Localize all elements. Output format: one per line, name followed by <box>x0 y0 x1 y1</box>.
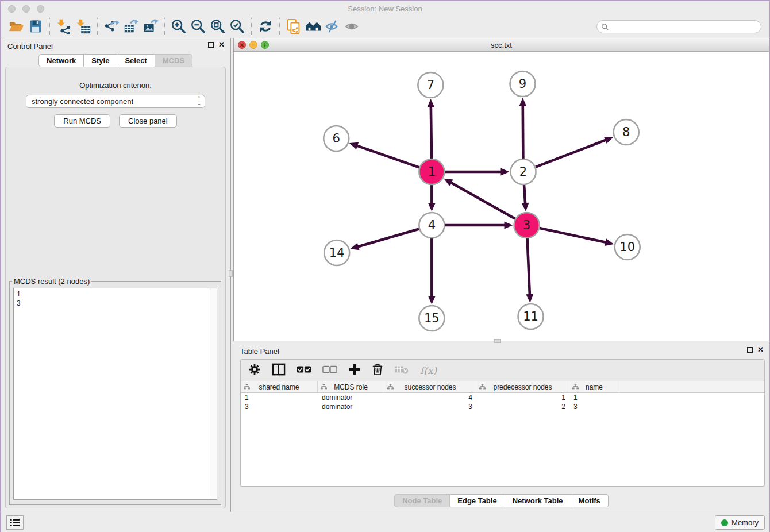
export-image-icon[interactable] <box>141 18 160 35</box>
table-row[interactable]: 3dominator323 <box>241 402 764 411</box>
search-icon <box>601 23 609 31</box>
node-label-15: 15 <box>424 311 440 325</box>
network-view-window: ✕ − + scc.txt 7968124314101511 <box>233 38 769 341</box>
table-cell: 1 <box>241 393 318 402</box>
network-maximize-button[interactable]: + <box>261 41 269 49</box>
tab-node-table[interactable]: Node Table <box>394 494 450 507</box>
open-session-icon[interactable] <box>6 18 26 35</box>
float-panel-icon[interactable] <box>208 42 214 48</box>
network-window-titlebar[interactable]: ✕ − + scc.txt <box>234 38 769 52</box>
column-header-predecessor-nodes[interactable]: predecessor nodes <box>476 381 569 392</box>
node-label-4: 4 <box>428 218 436 232</box>
edge-1-6[interactable] <box>356 145 419 168</box>
table-panel: Table Panel ✕ f(x) shared nameMCDS <box>233 343 769 512</box>
main-toolbar <box>1 16 769 37</box>
import-network-icon[interactable] <box>54 18 74 35</box>
export-network-icon[interactable] <box>102 18 121 35</box>
unselect-all-columns-icon[interactable] <box>322 365 337 375</box>
arrowhead-icon <box>350 243 359 250</box>
edge-2-3[interactable] <box>524 185 525 205</box>
create-column-icon[interactable] <box>348 363 361 377</box>
network-minimize-button[interactable]: − <box>249 41 257 49</box>
tab-style[interactable]: Style <box>84 54 117 67</box>
column-header-MCDS-role[interactable]: MCDS role <box>318 381 384 392</box>
table-cell: 2 <box>476 402 569 411</box>
memory-button[interactable]: Memory <box>715 515 765 530</box>
close-window-button[interactable] <box>8 5 16 13</box>
splitter-grip-horizontal[interactable] <box>494 339 501 343</box>
node-label-9: 9 <box>519 76 526 91</box>
table-toolbar: f(x) <box>241 360 764 381</box>
minimize-window-button[interactable] <box>22 5 30 13</box>
mcds-result-text[interactable]: 1 3 <box>13 288 217 500</box>
function-builder-icon[interactable]: f(x) <box>420 365 437 376</box>
close-panel-button[interactable]: Close panel <box>119 114 177 128</box>
tab-edge-table[interactable]: Edge Table <box>450 494 505 507</box>
window-controls[interactable] <box>8 5 44 13</box>
table-cell: 3 <box>384 402 476 411</box>
column-header-name[interactable]: name <box>569 381 619 392</box>
select-all-columns-icon[interactable] <box>297 365 311 375</box>
arrowhead-icon <box>519 98 526 106</box>
network-canvas[interactable]: 7968124314101511 <box>234 52 769 341</box>
float-table-panel-icon[interactable] <box>747 347 753 353</box>
run-mcds-button[interactable]: Run MCDS <box>54 114 110 128</box>
column-header-shared-name[interactable]: shared name <box>241 381 318 392</box>
zoom-out-icon[interactable] <box>188 18 208 35</box>
tab-network-table[interactable]: Network Table <box>505 494 571 507</box>
edge-3-10[interactable] <box>540 228 607 242</box>
delete-table-icon[interactable] <box>394 364 409 376</box>
network-graph[interactable]: 7968124314101511 <box>234 52 769 341</box>
table-cell: 1 <box>476 393 569 402</box>
search-field[interactable] <box>596 20 761 33</box>
table-row[interactable]: 1dominator411 <box>241 393 764 402</box>
hide-selected-icon[interactable] <box>323 18 342 35</box>
task-history-button[interactable] <box>6 515 24 530</box>
control-panel-title: Control Panel <box>7 42 53 51</box>
maximize-window-button[interactable] <box>37 5 44 13</box>
arrowhead-icon <box>500 168 509 176</box>
table-rows: 1dominator4113dominator323 <box>241 393 764 411</box>
edge-3-1[interactable] <box>450 182 515 219</box>
optimization-select[interactable]: strongly connected component ⌃⌄ <box>26 95 205 108</box>
network-close-button[interactable]: ✕ <box>238 41 246 49</box>
layout-refresh-icon[interactable] <box>256 18 275 35</box>
import-table-icon[interactable] <box>74 18 93 35</box>
control-panel-tabs: NetworkStyleSelectMCDS <box>1 54 230 67</box>
tab-select[interactable]: Select <box>117 54 155 67</box>
table-cell: 3 <box>569 402 619 411</box>
zoom-in-icon[interactable] <box>169 18 188 35</box>
edge-2-9[interactable] <box>523 105 523 159</box>
tab-mcds[interactable]: MCDS <box>155 54 192 67</box>
clone-network-icon[interactable] <box>284 18 303 35</box>
edge-4-14[interactable] <box>357 229 419 247</box>
search-input[interactable] <box>609 22 761 32</box>
result-scrollbar[interactable] <box>210 288 217 499</box>
edge-1-7[interactable] <box>431 106 432 159</box>
zoom-fit-icon[interactable] <box>208 18 228 35</box>
node-label-2: 2 <box>519 164 527 179</box>
table-settings-icon[interactable] <box>248 363 261 377</box>
save-session-icon[interactable] <box>26 18 45 35</box>
close-panel-icon[interactable]: ✕ <box>218 42 225 48</box>
neighbors-icon[interactable] <box>303 18 323 35</box>
network-window-title: scc.txt <box>234 41 769 49</box>
edge-2-8[interactable] <box>536 140 607 167</box>
node-label-1: 1 <box>428 164 436 179</box>
splitter-grip[interactable] <box>229 270 233 277</box>
node-label-8: 8 <box>622 125 630 139</box>
close-table-panel-icon[interactable]: ✕ <box>757 347 764 353</box>
delete-column-icon[interactable] <box>372 363 383 377</box>
export-table-icon[interactable] <box>121 18 141 35</box>
table-header-row: shared nameMCDS rolesuccessor nodesprede… <box>241 381 764 393</box>
edge-3-11[interactable] <box>528 238 530 296</box>
show-all-icon[interactable] <box>342 18 362 35</box>
table-cell: dominator <box>318 402 384 411</box>
table-panel-title: Table Panel <box>240 347 279 356</box>
zoom-selected-icon[interactable] <box>228 18 247 35</box>
show-columns-icon[interactable] <box>272 363 286 377</box>
node-label-3: 3 <box>523 218 530 232</box>
tab-network[interactable]: Network <box>38 54 84 67</box>
tab-motifs[interactable]: Motifs <box>571 494 609 507</box>
column-header-successor-nodes[interactable]: successor nodes <box>384 381 476 392</box>
